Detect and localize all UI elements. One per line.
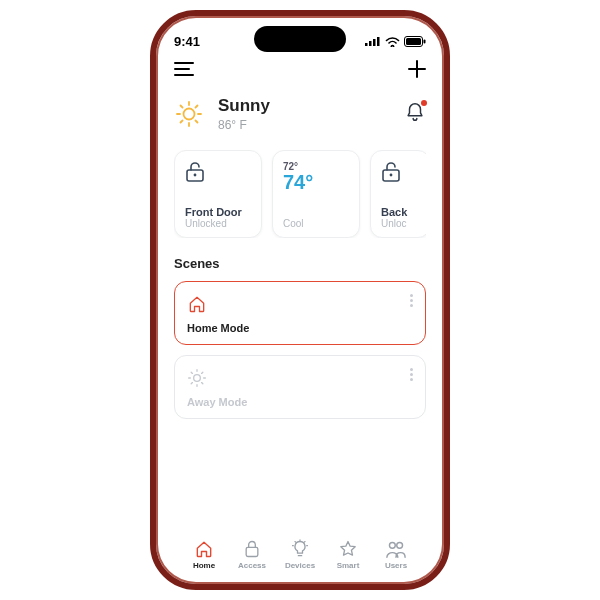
users-icon (385, 539, 407, 559)
scene-more-button[interactable] (410, 368, 413, 381)
scene-label: Home Mode (187, 322, 413, 334)
bulb-icon (290, 539, 310, 559)
sun-outline-icon (187, 368, 207, 388)
svg-rect-5 (406, 38, 421, 45)
svg-rect-2 (373, 39, 376, 46)
svg-rect-1 (369, 41, 372, 46)
card-title: Back (381, 206, 419, 218)
svg-rect-13 (246, 547, 258, 556)
svg-point-11 (390, 174, 393, 177)
svg-point-7 (184, 109, 195, 120)
card-status: Unloc (381, 218, 419, 229)
unlock-icon (381, 161, 401, 183)
scene-label: Away Mode (187, 396, 413, 408)
tab-smart[interactable]: Smart (324, 539, 372, 570)
svg-point-15 (397, 542, 403, 548)
scenes-title: Scenes (174, 256, 426, 271)
scene-away-mode[interactable]: Away Mode (174, 355, 426, 419)
weather-temperature: 86° F (218, 118, 270, 132)
tab-label: Smart (337, 561, 360, 570)
tab-devices[interactable]: Devices (276, 539, 324, 570)
tab-label: Home (193, 561, 215, 570)
svg-point-14 (389, 542, 395, 548)
svg-rect-6 (424, 39, 426, 43)
add-button[interactable] (408, 60, 426, 82)
svg-rect-3 (377, 37, 380, 46)
wifi-icon (385, 36, 400, 47)
card-status: Unlocked (185, 218, 251, 229)
tab-users[interactable]: Users (372, 539, 420, 570)
menu-button[interactable] (174, 62, 194, 80)
notifications-button[interactable] (404, 101, 426, 127)
svg-point-12 (194, 375, 201, 382)
device-card-thermostat[interactable]: 72° 74° Cool (272, 150, 360, 238)
card-big-reading: 74° (283, 172, 349, 192)
svg-rect-0 (365, 43, 368, 46)
device-card-front-door[interactable]: Front Door Unlocked (174, 150, 262, 238)
tab-label: Users (385, 561, 407, 570)
svg-point-9 (194, 174, 197, 177)
notification-dot (421, 100, 427, 106)
bottom-tab-bar: Home Access Devices Smart Users (174, 530, 426, 584)
card-title: Front Door (185, 206, 251, 218)
home-icon (187, 294, 207, 314)
tab-access[interactable]: Access (228, 539, 276, 570)
status-indicators (365, 36, 426, 47)
phone-frame: 9:41 Sunny 86° F (150, 10, 450, 590)
cellular-icon (365, 36, 381, 46)
star-icon (338, 539, 358, 559)
device-card-back-door[interactable]: Back Unloc (370, 150, 426, 238)
weather-summary: Sunny 86° F (174, 96, 270, 132)
lock-icon (242, 539, 262, 559)
scene-more-button[interactable] (410, 294, 413, 307)
device-cards: Front Door Unlocked 72° 74° Cool Back Un… (174, 150, 426, 238)
dynamic-island (254, 26, 346, 52)
hamburger-icon (174, 62, 194, 76)
tab-label: Devices (285, 561, 315, 570)
tab-label: Access (238, 561, 266, 570)
home-icon (194, 539, 214, 559)
plus-icon (408, 60, 426, 78)
battery-icon (404, 36, 426, 47)
scene-home-mode[interactable]: Home Mode (174, 281, 426, 345)
unlock-icon (185, 161, 205, 183)
status-time: 9:41 (174, 34, 200, 49)
sun-icon (174, 99, 204, 129)
weather-condition: Sunny (218, 96, 270, 116)
card-status: Cool (283, 218, 349, 229)
tab-home[interactable]: Home (180, 539, 228, 570)
